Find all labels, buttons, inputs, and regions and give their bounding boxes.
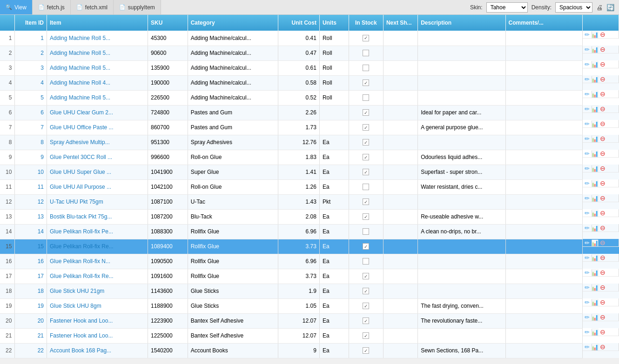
cell-instock[interactable]: ✓: [349, 343, 383, 358]
edit-icon[interactable]: ✏: [585, 61, 590, 68]
delete-icon[interactable]: ⊖: [600, 179, 606, 187]
cell-item[interactable]: Glue Pentel 30CC Roll ...: [47, 150, 148, 165]
checkbox-checked[interactable]: ✓: [363, 332, 369, 339]
cell-itemid[interactable]: 13: [15, 209, 47, 224]
checkbox-checked[interactable]: ✓: [363, 273, 369, 279]
table-row[interactable]: 18 18 Glue Stick UHU 21gm 1143600 Glue S…: [0, 284, 619, 298]
chart-icon[interactable]: 📊: [591, 329, 599, 336]
cell-instock[interactable]: [349, 224, 383, 239]
delete-icon[interactable]: ⊖: [600, 90, 606, 98]
edit-icon[interactable]: ✏: [585, 106, 590, 113]
cell-item[interactable]: Fastener Hook and Loo...: [47, 328, 148, 343]
cell-instock[interactable]: [349, 60, 383, 75]
cell-instock[interactable]: ✓: [349, 75, 383, 90]
delete-icon[interactable]: ⊖: [600, 284, 606, 291]
chart-icon[interactable]: 📊: [591, 210, 599, 217]
edit-icon[interactable]: ✏: [585, 210, 590, 217]
delete-icon[interactable]: ⊖: [600, 224, 606, 232]
cell-item[interactable]: Adding Machine Roll 5...: [47, 90, 148, 105]
cell-itemid[interactable]: 21: [15, 328, 47, 343]
cell-itemid[interactable]: 20: [15, 313, 47, 328]
delete-icon[interactable]: ⊖: [600, 120, 606, 127]
tab-fetch-xml[interactable]: 📄 fetch.xml: [71, 0, 114, 14]
checkbox-checked[interactable]: ✓: [363, 35, 369, 41]
tab-supply-item[interactable]: 📄 supplyItem: [114, 0, 161, 14]
cell-itemid[interactable]: 19: [15, 298, 47, 313]
cell-instock[interactable]: [349, 90, 383, 105]
cell-instock[interactable]: ✓: [349, 120, 383, 135]
col-header-unitcost[interactable]: Unit Cost: [278, 15, 319, 31]
table-row[interactable]: 13 13 Bostik Blu-tack Pkt 75g... 1087200…: [0, 209, 619, 224]
chart-icon[interactable]: 📊: [591, 269, 599, 276]
delete-icon[interactable]: ⊖: [600, 135, 606, 142]
checkbox-checked[interactable]: ✓: [363, 79, 369, 86]
cell-itemid[interactable]: 14: [15, 224, 47, 239]
table-row[interactable]: 1 1 Adding Machine Roll 5... 45300 Addin…: [0, 31, 619, 46]
edit-icon[interactable]: ✏: [585, 46, 590, 53]
checkbox-unchecked[interactable]: [363, 258, 369, 265]
cell-itemid[interactable]: 5: [15, 90, 47, 105]
chart-icon[interactable]: 📊: [591, 239, 599, 246]
edit-icon[interactable]: ✏: [585, 269, 590, 276]
cell-item[interactable]: Adding Machine Roll 5...: [47, 60, 148, 75]
cell-instock[interactable]: ✓: [349, 135, 383, 150]
delete-icon[interactable]: ⊖: [600, 105, 606, 113]
checkbox-unchecked[interactable]: [363, 65, 369, 71]
cell-item[interactable]: Account Book 168 Pag...: [47, 343, 148, 358]
edit-icon[interactable]: ✏: [585, 91, 590, 98]
cell-itemid[interactable]: 8: [15, 135, 47, 150]
cell-item[interactable]: Glue UHU Super Glue ...: [47, 165, 148, 179]
checkbox-checked[interactable]: ✓: [363, 213, 369, 220]
col-header-units[interactable]: Units: [319, 15, 349, 31]
delete-icon[interactable]: ⊖: [600, 343, 606, 351]
checkbox-checked[interactable]: ✓: [363, 109, 369, 116]
cell-instock[interactable]: ✓: [349, 105, 383, 120]
cell-instock[interactable]: [349, 179, 383, 194]
chart-icon[interactable]: 📊: [591, 150, 599, 157]
cell-item[interactable]: Glue Pelikan Roll-fix N...: [47, 254, 148, 269]
edit-icon[interactable]: ✏: [585, 180, 590, 187]
table-row[interactable]: 15 15 Glue Pelikan Roll-fix Re... 108940…: [0, 239, 619, 254]
edit-icon[interactable]: ✏: [585, 284, 590, 291]
edit-icon[interactable]: ✏: [585, 299, 590, 306]
refresh-icon[interactable]: 🔄: [606, 4, 614, 11]
checkbox-unchecked[interactable]: [363, 50, 369, 56]
tab-view[interactable]: 🔍 View: [0, 0, 33, 14]
edit-icon[interactable]: ✏: [585, 195, 590, 202]
table-row[interactable]: 7 7 Glue UHU Office Paste ... 860700 Pas…: [0, 120, 619, 135]
chart-icon[interactable]: 📊: [591, 195, 599, 202]
chart-icon[interactable]: 📊: [591, 314, 599, 321]
chart-icon[interactable]: 📊: [591, 135, 599, 142]
checkbox-checked[interactable]: ✓: [363, 169, 369, 175]
cell-instock[interactable]: ✓: [349, 269, 383, 284]
cell-item[interactable]: Adding Machine Roll 4...: [47, 75, 148, 90]
edit-icon[interactable]: ✏: [585, 344, 590, 351]
edit-icon[interactable]: ✏: [585, 135, 590, 142]
delete-icon[interactable]: ⊖: [600, 46, 606, 53]
checkbox-checked[interactable]: ✓: [363, 154, 369, 160]
edit-icon[interactable]: ✏: [585, 239, 590, 246]
table-row[interactable]: 2 2 Adding Machine Roll 5... 90600 Addin…: [0, 46, 619, 60]
table-row[interactable]: 4 4 Adding Machine Roll 4... 190000 Addi…: [0, 75, 619, 90]
chart-icon[interactable]: 📊: [591, 299, 599, 306]
cell-item[interactable]: Glue Stick UHU 8gm: [47, 298, 148, 313]
cell-itemid[interactable]: 1: [15, 31, 47, 46]
table-row[interactable]: 9 9 Glue Pentel 30CC Roll ... 996600 Rol…: [0, 150, 619, 165]
edit-icon[interactable]: ✏: [585, 225, 590, 232]
checkbox-checked[interactable]: ✓: [363, 199, 369, 205]
cell-instock[interactable]: [349, 46, 383, 60]
cell-instock[interactable]: ✓: [349, 239, 383, 254]
table-row[interactable]: 14 14 Glue Pelikan Roll-fix Pe... 108830…: [0, 224, 619, 239]
checkbox-checked[interactable]: ✓: [363, 303, 369, 309]
cell-item[interactable]: Glue UHU Office Paste ...: [47, 120, 148, 135]
cell-item[interactable]: Adding Machine Roll 5...: [47, 46, 148, 60]
table-row[interactable]: 16 16 Glue Pelikan Roll-fix N... 1090500…: [0, 254, 619, 269]
checkbox-checked[interactable]: ✓: [363, 139, 369, 146]
cell-itemid[interactable]: 9: [15, 150, 47, 165]
cell-instock[interactable]: ✓: [349, 31, 383, 46]
chart-icon[interactable]: 📊: [591, 46, 599, 53]
table-row[interactable]: 5 5 Adding Machine Roll 5... 226500 Addi…: [0, 90, 619, 105]
checkbox-checked[interactable]: ✓: [363, 347, 369, 354]
cell-itemid[interactable]: 15: [15, 239, 47, 254]
cell-item[interactable]: U-Tac UHU Pkt 75gm: [47, 194, 148, 209]
